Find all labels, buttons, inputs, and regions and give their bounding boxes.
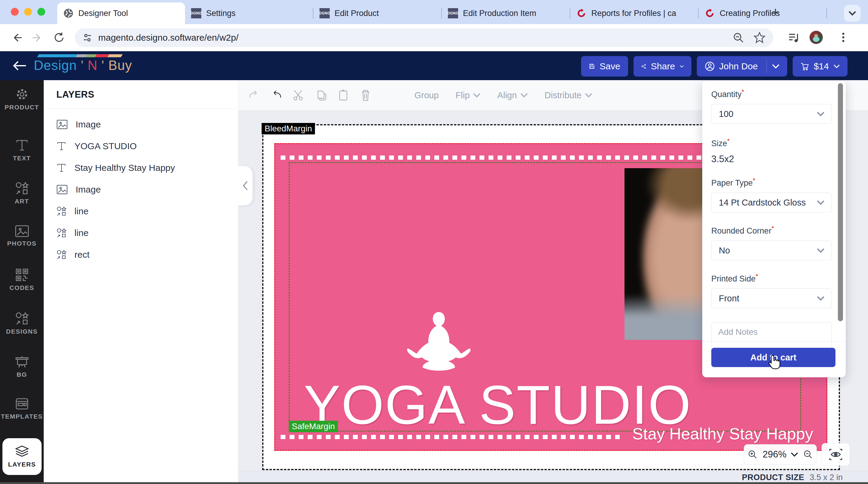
- url-bar[interactable]: magento.designo.software/en/w2p/: [75, 28, 773, 47]
- forward-icon[interactable]: [31, 32, 43, 44]
- layer-row-line-1[interactable]: line: [44, 201, 238, 222]
- close-tab-icon[interactable]: [299, 9, 307, 17]
- undo-button[interactable]: [270, 89, 283, 102]
- zoom-level[interactable]: 296%: [763, 449, 786, 460]
- sidebar-item-bg[interactable]: BG: [0, 355, 44, 378]
- chevron-down-icon: [817, 248, 824, 253]
- qr-code-icon: [15, 268, 29, 282]
- preview-eye-icon: [829, 448, 843, 461]
- zoom-out-icon[interactable]: [802, 449, 814, 460]
- text-layer-icon: [56, 163, 67, 173]
- printed-side-select[interactable]: Front: [711, 289, 832, 308]
- refresh-favicon: [576, 8, 587, 19]
- decorative-dotted-line-bottom[interactable]: [281, 435, 620, 439]
- close-tab-icon[interactable]: [812, 9, 820, 17]
- preview-button[interactable]: [822, 443, 850, 466]
- layer-row-line-2[interactable]: line: [44, 222, 238, 244]
- tab-designer-tool[interactable]: Designer Tool: [57, 2, 185, 24]
- zoom-in-icon[interactable]: [747, 449, 758, 460]
- quantity-label: Quantity*: [711, 88, 832, 99]
- copy-button[interactable]: [314, 89, 328, 102]
- browser-profile-avatar[interactable]: [809, 31, 823, 44]
- bookmark-star-icon[interactable]: [753, 31, 766, 44]
- layer-row-stay-healthy[interactable]: Stay Healthy Stay Happy: [44, 157, 238, 179]
- tab-reports-for-profiles[interactable]: Reports for Profiles | ca: [570, 2, 698, 24]
- redo-button[interactable]: [247, 89, 261, 102]
- tab-title: Creating Profiles: [720, 9, 808, 18]
- layer-label: YOGA STUDIO: [74, 141, 137, 151]
- paper-type-select[interactable]: 14 Pt Cardstock Gloss: [711, 192, 832, 212]
- close-window-button[interactable]: [11, 8, 19, 16]
- reload-icon[interactable]: [53, 32, 65, 44]
- sidebar-item-art[interactable]: ART: [0, 181, 44, 205]
- chevron-left-icon: [242, 181, 249, 191]
- sidebar-item-label: DESIGNS: [6, 328, 38, 335]
- sidebar-item-templates[interactable]: TEMPLATES: [0, 398, 44, 420]
- zoom-window-button[interactable]: [37, 8, 45, 16]
- paper-type-label: Paper Type*: [711, 177, 832, 188]
- sidebar-item-label: ART: [15, 198, 29, 205]
- tab-edit-production-item[interactable]: DGNO Edit Production Item: [442, 2, 569, 24]
- layer-row-yoga-studio[interactable]: YOGA STUDIO: [44, 135, 238, 157]
- cut-button[interactable]: [292, 89, 305, 102]
- tab-edit-product[interactable]: DGNO Edit Product: [313, 2, 441, 24]
- share-icon: [641, 61, 646, 71]
- back-icon[interactable]: [11, 32, 23, 44]
- media-playlist-icon[interactable]: [787, 31, 801, 44]
- rounded-corner-select[interactable]: No: [711, 241, 832, 261]
- layer-row-image-2[interactable]: Image: [44, 179, 238, 201]
- sidebar-item-layers[interactable]: LAYERS: [2, 438, 41, 475]
- card-tagline-text-layer[interactable]: Stay Healthy Stay Happy: [632, 424, 813, 443]
- close-tab-icon[interactable]: [556, 9, 564, 17]
- browser-menu-icon[interactable]: [837, 31, 850, 44]
- new-tab-button[interactable]: +: [772, 5, 779, 19]
- layers-panel: LAYERS Image YOGA STUDIO Stay Healthy St…: [44, 80, 239, 484]
- layer-label: rect: [74, 249, 90, 260]
- rounded-corner-value: No: [719, 246, 730, 255]
- url-text: magento.designo.software/en/w2p/: [98, 33, 239, 43]
- share-button[interactable]: Share: [633, 56, 691, 77]
- save-button[interactable]: Save: [581, 56, 628, 77]
- align-menu[interactable]: Align: [497, 90, 528, 100]
- delete-button[interactable]: [359, 89, 372, 102]
- quantity-select[interactable]: 100: [711, 104, 832, 124]
- flip-menu[interactable]: Flip: [456, 90, 481, 100]
- distribute-menu[interactable]: Distribute: [545, 90, 592, 100]
- shapes-icon: [15, 181, 29, 195]
- panel-collapse-handle[interactable]: [238, 166, 253, 205]
- user-menu-button[interactable]: John Doe: [697, 56, 787, 77]
- sidebar-item-product[interactable]: PRODUCT: [0, 87, 44, 111]
- portrait-photo-layer[interactable]: [624, 168, 704, 340]
- close-tab-icon[interactable]: [427, 9, 435, 17]
- text-icon: [15, 138, 29, 152]
- layer-row-image-1[interactable]: Image: [44, 114, 238, 135]
- layer-row-rect[interactable]: rect: [44, 244, 238, 266]
- sidebar-item-codes[interactable]: CODES: [0, 268, 44, 292]
- yoga-silhouette-image[interactable]: [401, 310, 477, 374]
- menu-label: Group: [414, 90, 439, 100]
- paste-button[interactable]: [337, 89, 350, 102]
- minimize-window-button[interactable]: [24, 8, 32, 16]
- cart-button[interactable]: $14: [793, 56, 847, 77]
- card-title-text-layer[interactable]: YOGA STUDIO: [304, 377, 692, 432]
- sidebar-item-photos[interactable]: PHOTOS: [0, 225, 44, 247]
- sidebar-item-text[interactable]: TEXT: [0, 138, 44, 162]
- page-zoom-icon[interactable]: [732, 31, 745, 44]
- share-label: Share: [651, 61, 675, 71]
- tab-settings[interactable]: DGNO Settings: [185, 2, 313, 24]
- sidebar-item-designs[interactable]: DESIGNS: [0, 312, 44, 335]
- close-tab-icon[interactable]: [684, 9, 692, 17]
- close-tab-icon[interactable]: [171, 9, 179, 17]
- chevron-down-icon: [817, 112, 824, 116]
- tab-search-button[interactable]: [844, 5, 861, 22]
- tab-creating-profiles[interactable]: Creating Profiles: [699, 2, 827, 24]
- group-menu[interactable]: Group: [414, 90, 439, 100]
- image-icon: [15, 225, 29, 238]
- site-settings-icon[interactable]: [82, 32, 93, 44]
- dgno-favicon: DGNO: [448, 8, 458, 19]
- tool-rail: PRODUCT TEXT ART PHOTOS: [0, 80, 44, 484]
- panel-scrollbar[interactable]: [838, 83, 843, 321]
- back-arrow-icon[interactable]: [11, 59, 27, 72]
- required-marker: *: [753, 177, 755, 184]
- chevron-down-icon[interactable]: [791, 452, 798, 457]
